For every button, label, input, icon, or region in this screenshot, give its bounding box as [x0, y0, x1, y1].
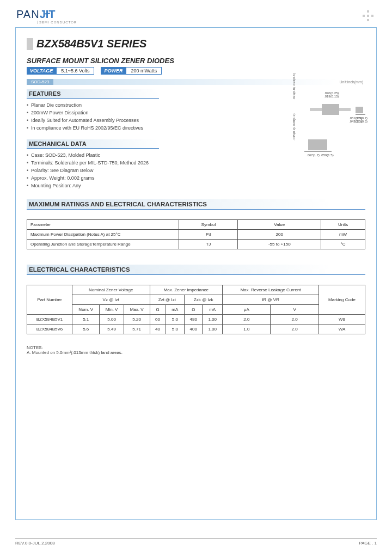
package-row: SOD-523 Unit:inch(mm)	[27, 79, 365, 85]
table-header: Nom. V	[72, 305, 100, 315]
package-label: SOD-523	[27, 79, 53, 85]
table-cell: W8	[318, 315, 365, 325]
unit-label: Unit:inch(mm)	[337, 80, 365, 84]
table-cell: 60	[150, 315, 166, 325]
table-cell: 2.0	[271, 315, 318, 325]
table-cell: 200	[238, 230, 321, 240]
table-cell: 1.00	[203, 325, 223, 334]
dim-bot1: .067(1.7) .059(1.5)	[307, 154, 334, 157]
page-frame: BZX584B5V1 SERIES SURFACE MOUNT SILICON …	[15, 27, 377, 520]
table-cell: 5.0	[166, 315, 185, 325]
table-header: Nominal Zener Voltage	[72, 285, 150, 295]
table-cell: mW	[321, 230, 365, 240]
mechanical-header: MECHANICAL DATA	[27, 139, 159, 149]
table-header: mA	[166, 305, 185, 315]
table-cell: Pd	[179, 230, 238, 240]
notes-header: NOTES:	[27, 345, 365, 350]
table-header: Symbol	[179, 220, 238, 230]
dim-bot2: .035(0.9) .028(1.3)	[292, 113, 296, 140]
table-cell: °C	[321, 240, 365, 249]
corner-dots-icon	[359, 8, 376, 25]
table-cell: TJ	[179, 240, 238, 249]
table-header: Vz @ Izt	[72, 295, 150, 305]
table-cell: BZX584B5V1	[27, 315, 72, 325]
table-header: Part Number	[27, 285, 72, 315]
table-cell: 1.00	[203, 315, 223, 325]
table-header: Marking Code	[318, 285, 365, 315]
dim-side: .028(0.7) .020(0.5)	[354, 117, 367, 123]
power-value: 200 mWatts	[126, 67, 162, 75]
elec-char-table: Part NumberNominal Zener VoltageMax. Zen…	[27, 285, 365, 334]
table-row: Operating Junction and StorageTemperatur…	[27, 240, 365, 249]
logo-subtext: SEMI CONDUCTOR	[37, 21, 77, 24]
max-ratings-table: ParameterSymbolValueUnits Maximum Power …	[27, 219, 365, 249]
table-header: Value	[238, 220, 321, 230]
list-item: Planar Die construction	[27, 101, 267, 109]
table-cell: WA	[318, 325, 365, 334]
list-item: 200mW Power Dissipation	[27, 109, 267, 117]
page-header: PANJIT SEMI CONDUCTOR	[0, 0, 392, 27]
dim-top2: .031(0.8) .024(0.6)	[292, 73, 296, 100]
table-cell: 5.49	[100, 325, 124, 334]
list-item: Approx. Weight: 0.002 grams	[27, 174, 267, 182]
elec-char-header: ELECTRICAL CHARACTERISTICS	[27, 265, 365, 275]
table-header: Zzt @ Izt	[150, 295, 185, 305]
list-item: Case: SOD-523, Molded Plastic	[27, 151, 267, 159]
table-cell: 5.0	[166, 325, 185, 334]
table-cell: -55 to +150	[238, 240, 321, 249]
spec-row: VOLTAGE 5.1~5.6 Volts POWER 200 mWatts	[27, 67, 365, 75]
table-cell: 5.6	[72, 325, 100, 334]
list-item: Terminals: Solderable per MIL-STD-750, M…	[27, 159, 267, 167]
table-row: Maximum Power Dissipation (Notes A) at 2…	[27, 230, 365, 240]
title-marker-icon	[27, 38, 33, 50]
page-title: BZX584B5V1 SERIES	[36, 38, 146, 50]
table-header: Ω	[150, 305, 166, 315]
table-header: μA	[223, 305, 271, 315]
table-cell: 1.0	[223, 325, 271, 334]
power-label: POWER	[101, 67, 126, 75]
table-header: Ω	[185, 305, 203, 315]
table-header: IR @ VR	[223, 295, 319, 305]
features-list: Planar Die construction200mW Power Dissi…	[27, 101, 267, 132]
page-footer: REV.0.0-JUL.2.2008 PAGE . 1	[15, 538, 377, 546]
notes-section: NOTES: A. Mounted on 5.0mm²(.013mm thick…	[27, 345, 365, 355]
table-header: Max. V	[124, 305, 150, 315]
list-item: In compliance with EU RoHS 2002/95/EC di…	[27, 124, 267, 132]
max-ratings-header: MAXIMUM RATINGS AND ELECTRICAL CHARACTER…	[27, 199, 365, 210]
table-header: V	[271, 305, 318, 315]
table-cell: 5.20	[124, 315, 150, 325]
logo-text-pan: PAN	[16, 8, 40, 21]
list-item: Ideally Suited for Automated Assembly Pr…	[27, 117, 267, 124]
table-cell: Operating Junction and StorageTemperatur…	[27, 240, 179, 249]
mechanical-list: Case: SOD-523, Molded PlasticTerminals: …	[27, 151, 267, 189]
table-cell: 5.1	[72, 315, 100, 325]
table-cell: 5.71	[124, 325, 150, 334]
footer-page: PAGE . 1	[359, 541, 377, 546]
table-cell: 2.0	[271, 325, 318, 334]
subtitle: SURFACE MOUNT SILICON ZENER DIODES	[27, 57, 365, 65]
table-cell: 5.00	[100, 315, 124, 325]
table-header: Max. Zener Impedance	[150, 285, 223, 295]
table-header: Max. Reverse Leakage Current	[223, 285, 319, 295]
dim-top1: .030(0.25) .019(0.15)	[324, 91, 354, 98]
table-header: Zzk @ Izk	[185, 295, 223, 305]
footer-revision: REV.0.0-JUL.2.2008	[15, 541, 55, 546]
table-cell: BZX584B5V6	[27, 325, 72, 334]
logo-text-jit: JIT	[40, 8, 56, 21]
table-cell: 400	[185, 325, 203, 334]
notes-text: A. Mounted on 5.0mm²(.013mm thick) land …	[27, 350, 365, 355]
table-cell: 40	[150, 325, 166, 334]
table-header: mA	[203, 305, 223, 315]
voltage-label: VOLTAGE	[27, 67, 56, 75]
list-item: Polarity: See Diagram Below	[27, 167, 267, 174]
table-header: Min. V	[100, 305, 124, 315]
table-header: Parameter	[27, 220, 179, 230]
logo: PANJIT SEMI CONDUCTOR	[16, 8, 77, 24]
table-cell: 2.0	[223, 315, 271, 325]
table-row: BZX584B5V15.15.005.20605.04801.002.02.0W…	[27, 315, 365, 325]
table-cell: 480	[185, 315, 203, 325]
table-row: BZX584B5V65.65.495.71405.04001.001.02.0W…	[27, 325, 365, 334]
table-header: Units	[321, 220, 365, 230]
table-cell: Maximum Power Dissipation (Notes A) at 2…	[27, 230, 179, 240]
voltage-value: 5.1~5.6 Volts	[56, 67, 94, 75]
